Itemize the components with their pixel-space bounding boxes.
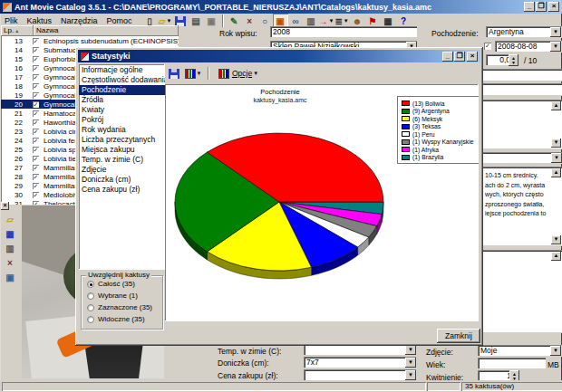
- row-checkbox[interactable]: ✓: [33, 120, 39, 126]
- row-number: 29: [1, 182, 23, 190]
- stats-topic-2[interactable]: Częstotliwość dodawania: [79, 75, 165, 85]
- legend-label: (9) Argentyna: [412, 108, 450, 114]
- column-header-nazwa[interactable]: Nazwa: [34, 25, 179, 36]
- print-icon[interactable]: ▤: [189, 14, 204, 28]
- edit-entry-icon[interactable]: ✎: [227, 14, 242, 28]
- rok-wpisu-input[interactable]: 2008: [270, 26, 418, 38]
- chevron-down-icon[interactable]: ▼: [550, 27, 561, 37]
- row-checkbox[interactable]: ✓: [33, 183, 39, 189]
- paste-icon[interactable]: ▣: [204, 14, 219, 28]
- column-header-lp[interactable]: Lp. ▴: [1, 25, 34, 36]
- scroll-down-icon[interactable]: ▼: [551, 235, 561, 244]
- chart-legend: (13) Boliwia(9) Argentyna(6) Meksyk(3) T…: [397, 96, 479, 164]
- row-number: 25: [1, 146, 23, 154]
- dialog-maximize-button[interactable]: ❐: [454, 52, 465, 62]
- row-checkbox[interactable]: ✓: [33, 138, 39, 144]
- doniczka-combo[interactable]: 7x7▼: [304, 357, 417, 368]
- include-group-label: Uwzględnij kaktusy: [86, 271, 151, 279]
- status-bar: 35 kaktusa(ów): [0, 380, 562, 392]
- stats-topic-7[interactable]: Rok wydania: [79, 125, 165, 135]
- scroll-up-icon[interactable]: ▲: [551, 252, 561, 261]
- stats-topic-11[interactable]: Zdjęcie: [79, 165, 165, 175]
- chevron-down-icon[interactable]: ▼: [405, 358, 416, 368]
- row-checkbox[interactable]: ✓: [33, 110, 39, 117]
- row-checkbox[interactable]: ✓: [33, 174, 39, 180]
- maximize-button[interactable]: ❐: [536, 2, 547, 12]
- row-checkbox[interactable]: ✓: [33, 65, 39, 72]
- zamknij-button[interactable]: Zamknij: [437, 329, 480, 343]
- stats-topic-5[interactable]: Kwiaty: [79, 105, 165, 115]
- row-checkbox[interactable]: ✓: [33, 38, 39, 44]
- chevron-down-icon[interactable]: ▼: [550, 346, 561, 356]
- doniczka-label: Doniczka (cm):: [218, 359, 269, 368]
- stats-topic-10[interactable]: Temp. w zimie (C): [79, 155, 165, 165]
- radio-option[interactable]: Widoczne (35): [87, 315, 162, 323]
- copy-picture-icon[interactable]: ▥: [4, 243, 16, 254]
- row-checkbox[interactable]: ✓: [33, 147, 39, 153]
- stats-topic-6[interactable]: Pokrój: [79, 115, 165, 125]
- stats-topic-8[interactable]: Liczba przeczytanych: [79, 135, 165, 145]
- radio-icon[interactable]: [87, 281, 94, 288]
- row-checkbox[interactable]: ✓: [33, 156, 39, 162]
- delete-picture-icon[interactable]: ×: [4, 257, 16, 269]
- scroll-up-icon[interactable]: ▲: [551, 101, 561, 110]
- close-button[interactable]: ×: [548, 2, 559, 12]
- row-checkbox[interactable]: ✓: [33, 92, 39, 99]
- radio-icon[interactable]: [87, 316, 94, 323]
- radio-label: Całość (35): [98, 280, 135, 288]
- description-line: ach do 2 cm, wyrasta: [485, 181, 548, 191]
- stats-topic-12[interactable]: Doniczka (cm): [79, 175, 165, 185]
- row-number: 26: [1, 155, 23, 163]
- status-segment: [2, 382, 426, 391]
- data-zakupu-combo[interactable]: 2008-08-08▼: [495, 41, 562, 53]
- radio-option[interactable]: Wybrane (1): [87, 292, 162, 300]
- zdjecie-combo[interactable]: Moje▼: [478, 345, 562, 357]
- stats-topic-13[interactable]: Cena zakupu (zł): [79, 185, 165, 195]
- ocena-spinner[interactable]: ▲▼: [509, 54, 518, 66]
- copy-chart-icon[interactable]: ▼: [181, 66, 205, 81]
- stats-topic-9[interactable]: Miejsca zakupu: [79, 145, 165, 155]
- pochodzenie-label: Pochodzenie:: [431, 29, 479, 38]
- stats-topic-3[interactable]: Pochodzenie: [79, 85, 165, 95]
- radio-option[interactable]: Całość (35): [87, 280, 162, 288]
- row-checkbox[interactable]: ✓: [33, 101, 39, 108]
- chevron-down-icon[interactable]: ▼: [405, 370, 416, 380]
- pochodzenie-combo[interactable]: Argentyna▼: [486, 26, 562, 38]
- delete-entry-icon[interactable]: ×: [242, 14, 257, 28]
- description-line: iejsce pochodzenia to: [485, 209, 548, 219]
- radio-label: Wybrane (1): [98, 292, 138, 300]
- table-row[interactable]: 13✓Echinopsis subdenudatum (ECHINOPSIS): [1, 36, 179, 45]
- row-checkbox[interactable]: ✓: [33, 192, 39, 198]
- options-menu-button[interactable]: Opcje▼: [212, 66, 265, 81]
- row-checkbox[interactable]: ✓: [33, 47, 39, 53]
- radio-option[interactable]: Zaznaczone (35): [87, 303, 162, 311]
- scroll-down-icon[interactable]: ▼: [551, 139, 561, 148]
- dialog-minimize-button[interactable]: _: [442, 52, 453, 62]
- wiek-input[interactable]: [478, 358, 547, 369]
- radio-icon[interactable]: [87, 304, 94, 311]
- include-groupbox: Uwzględnij kaktusy Całość (35)Wybrane (1…: [81, 275, 163, 330]
- dialog-icon: [81, 53, 89, 61]
- scroll-up-icon[interactable]: ▲: [551, 168, 561, 177]
- chevron-down-icon[interactable]: ▼: [405, 345, 416, 355]
- chevron-down-icon[interactable]: ▼: [551, 153, 562, 163]
- legend-label: (1) Brazylia: [412, 154, 443, 160]
- duplicate-picture-icon[interactable]: ▣: [4, 272, 16, 283]
- row-checkbox[interactable]: ✓: [33, 74, 39, 81]
- row-checkbox[interactable]: ✓: [33, 129, 39, 135]
- save-chart-icon[interactable]: [166, 66, 181, 81]
- picture-panel-close-icon[interactable]: ×: [1, 202, 9, 210]
- stats-topic-1[interactable]: Informacje ogólne: [79, 65, 165, 75]
- radio-icon[interactable]: [87, 292, 94, 300]
- data-zakupu-checkbox[interactable]: ✓: [484, 43, 491, 50]
- row-number: 15: [1, 55, 23, 63]
- row-checkbox[interactable]: ✓: [33, 56, 39, 62]
- row-checkbox[interactable]: ✓: [33, 83, 39, 90]
- dialog-close-button[interactable]: ×: [467, 52, 478, 62]
- chevron-down-icon[interactable]: ▼: [550, 42, 561, 52]
- stats-topic-4[interactable]: Źródła: [79, 95, 165, 105]
- add-picture-icon[interactable]: ▱: [4, 214, 16, 225]
- save-picture-icon[interactable]: ▦: [4, 228, 16, 240]
- row-checkbox[interactable]: ✓: [33, 165, 39, 171]
- minimize-button[interactable]: _: [524, 2, 535, 12]
